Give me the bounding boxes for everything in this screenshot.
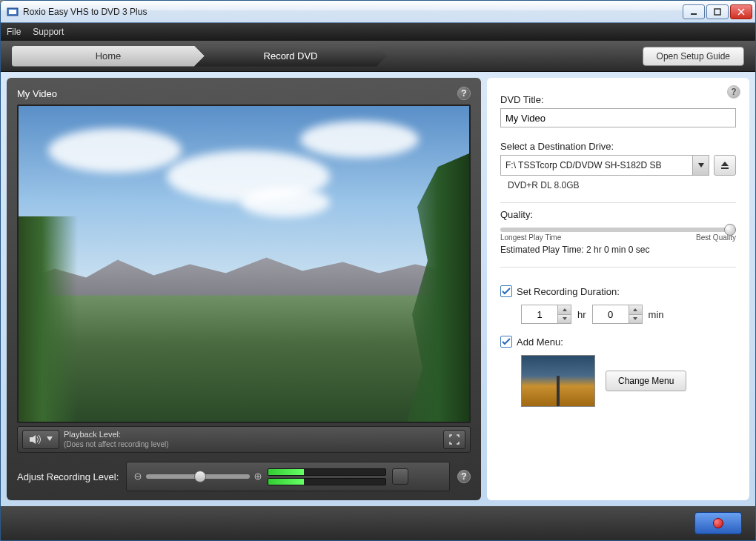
preview-title: My Video: [17, 88, 57, 99]
destination-drive-select[interactable]: F:\ TSSTcorp CD/DVDW SH-S182D SB: [500, 155, 709, 176]
quality-slider[interactable]: [500, 228, 736, 232]
destination-label: Select a Destination Drive:: [500, 141, 736, 152]
quality-label: Quality:: [500, 209, 736, 220]
playback-level-label: Playback Level: (Does not affect recordi…: [64, 430, 169, 448]
svg-marker-14: [721, 162, 729, 166]
maximize-button[interactable]: [706, 4, 729, 19]
titlebar: Roxio Easy VHS to DVD 3 Plus: [1, 1, 755, 23]
svg-rect-15: [721, 167, 729, 169]
tab-home[interactable]: Home: [12, 46, 205, 67]
toolbar: Home Record DVD Open Setup Guide: [1, 41, 755, 72]
minutes-input[interactable]: [592, 305, 629, 324]
mute-button[interactable]: [22, 430, 59, 449]
help-icon[interactable]: ?: [457, 470, 471, 483]
window-title: Roxio Easy VHS to DVD 3 Plus: [23, 7, 681, 17]
min-unit: min: [649, 309, 664, 320]
minimize-button[interactable]: [683, 4, 705, 19]
bottom-bar: [1, 506, 755, 540]
chevron-down-icon: [692, 156, 709, 175]
record-icon: [713, 518, 723, 528]
meter-options-button[interactable]: [392, 468, 408, 485]
set-duration-checkbox[interactable]: [500, 285, 512, 297]
svg-marker-13: [698, 163, 704, 167]
svg-marker-16: [563, 308, 567, 311]
menu-thumbnail: [521, 355, 595, 407]
svg-rect-3: [714, 9, 720, 15]
minutes-stepper[interactable]: [629, 305, 643, 324]
hours-input[interactable]: [521, 305, 558, 324]
dvd-title-label: DVD Title:: [500, 94, 736, 105]
content-area: My Video ? Playback Level: (Does not aff…: [1, 72, 755, 506]
svg-marker-18: [633, 308, 637, 311]
settings-panel: ? DVD Title: Select a Destination Drive:…: [487, 78, 749, 500]
menu-support[interactable]: Support: [33, 27, 64, 37]
svg-rect-1: [9, 10, 16, 14]
menubar: File Support: [1, 23, 755, 41]
adjust-recording-label: Adjust Recording Level:: [17, 471, 119, 482]
hours-stepper[interactable]: [558, 305, 571, 324]
help-icon[interactable]: ?: [727, 85, 740, 99]
quality-min-label: Longest Play Time: [500, 233, 561, 242]
svg-marker-6: [30, 435, 36, 444]
tab-record-dvd[interactable]: Record DVD: [194, 46, 387, 67]
help-icon[interactable]: ?: [457, 87, 471, 100]
drive-info: DVD+R DL 8.0GB: [508, 180, 736, 190]
fullscreen-button[interactable]: [443, 430, 465, 449]
app-window: Roxio Easy VHS to DVD 3 Plus File Suppor…: [0, 0, 756, 541]
eject-button[interactable]: [714, 155, 736, 176]
record-button[interactable]: [694, 512, 742, 534]
window-controls: [681, 4, 752, 19]
level-meters: [268, 468, 386, 485]
recording-level-panel: [126, 462, 450, 491]
add-menu-label: Add Menu:: [517, 336, 563, 348]
video-preview: [17, 104, 471, 423]
minus-icon: [134, 473, 142, 480]
menu-file[interactable]: File: [7, 27, 21, 37]
plus-icon: [254, 473, 262, 480]
close-button[interactable]: [730, 4, 752, 19]
change-menu-button[interactable]: Change Menu: [606, 371, 686, 391]
hr-unit: hr: [577, 309, 586, 320]
app-icon: [7, 6, 19, 18]
dvd-title-input[interactable]: [500, 108, 736, 127]
preview-panel: My Video ? Playback Level: (Does not aff…: [7, 78, 481, 500]
estimated-play-time: Estimated Play Time: 2 hr 0 min 0 sec: [500, 245, 736, 255]
playback-bar: Playback Level: (Does not affect recordi…: [17, 426, 471, 453]
svg-marker-17: [563, 317, 567, 320]
svg-marker-19: [633, 317, 637, 320]
add-menu-checkbox[interactable]: [500, 336, 512, 348]
recording-level-slider[interactable]: [146, 474, 250, 479]
svg-marker-7: [47, 437, 53, 441]
open-setup-guide-button[interactable]: Open Setup Guide: [643, 47, 744, 66]
set-duration-label: Set Recording Duration:: [517, 286, 620, 297]
